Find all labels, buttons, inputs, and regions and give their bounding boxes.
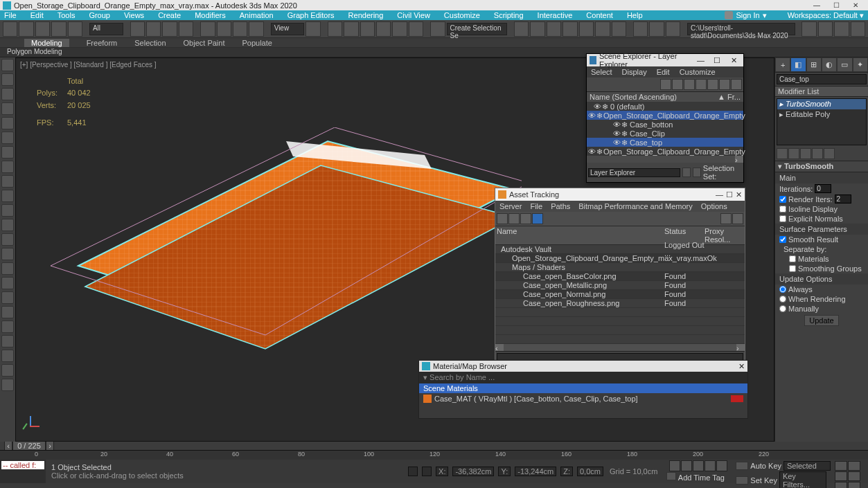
- menu-animation[interactable]: Animation: [240, 11, 274, 19]
- lt-5[interactable]: [1, 117, 14, 129]
- freeze-icon[interactable]: ❄: [602, 102, 610, 110]
- se-scroll-right[interactable]: ›: [735, 156, 743, 163]
- menu-tools[interactable]: Tools: [57, 11, 76, 19]
- refcoord-dropdown[interactable]: View: [271, 23, 305, 35]
- keymode-selected-dropdown[interactable]: Selected: [783, 461, 831, 471]
- lt-11[interactable]: [1, 204, 14, 217]
- filter-dropdown[interactable]: All: [89, 23, 123, 35]
- menu-views[interactable]: Views: [124, 11, 144, 19]
- menu-customize[interactable]: Customize: [444, 11, 480, 19]
- project-path-field[interactable]: C:\Users\troll-stadt\Documents\3ds Max 2…: [687, 23, 795, 35]
- lock-icon[interactable]: [408, 467, 418, 476]
- freeze-icon[interactable]: ❄: [621, 120, 629, 128]
- at-tool-1[interactable]: [497, 213, 508, 224]
- lt-21[interactable]: [1, 350, 14, 362]
- save-button[interactable]: [834, 21, 849, 37]
- viewport-label[interactable]: [+] [Perspective ] [Standard ] [Edged Fa…: [20, 61, 157, 69]
- se-tool-1[interactable]: [660, 79, 671, 90]
- nav-zoom-button[interactable]: [848, 461, 860, 471]
- menu-help[interactable]: Help: [627, 11, 643, 19]
- explicit-check[interactable]: [779, 215, 786, 222]
- freeze-icon[interactable]: ❄: [621, 138, 629, 146]
- mirror-button[interactable]: [514, 21, 529, 37]
- se-col-name[interactable]: Name (Sorted Ascending): [590, 93, 718, 101]
- lt-10[interactable]: [1, 190, 14, 202]
- se-tool-4[interactable]: [696, 79, 707, 90]
- config-button[interactable]: [824, 148, 835, 159]
- freeze-icon[interactable]: ❄: [621, 129, 629, 137]
- at-tool-6[interactable]: [732, 213, 743, 224]
- move-button[interactable]: [200, 21, 215, 37]
- angle-snap-button[interactable]: [376, 21, 391, 37]
- y-field[interactable]: -13,244cm: [515, 467, 556, 476]
- menu-modifiers[interactable]: Modifiers: [195, 11, 226, 19]
- update-button[interactable]: Update: [804, 315, 838, 326]
- modifier-list-dropdown[interactable]: Modifier List: [775, 86, 868, 97]
- lt-15[interactable]: [1, 262, 14, 275]
- se-tool-2[interactable]: [672, 79, 683, 90]
- set-folder-button[interactable]: [818, 21, 833, 37]
- rotate-button[interactable]: [217, 21, 231, 37]
- lt-22[interactable]: [1, 364, 14, 377]
- render-setup-button[interactable]: [633, 21, 648, 37]
- update-render-radio[interactable]: [779, 296, 786, 302]
- se-menu-customize[interactable]: Customize: [680, 68, 716, 76]
- se-row[interactable]: 👁❄Case_botton: [587, 120, 743, 129]
- x-field[interactable]: -36,382cm: [452, 467, 494, 476]
- iterations-spinner[interactable]: [815, 184, 831, 193]
- lt-8[interactable]: [1, 161, 14, 173]
- render-iters-check[interactable]: [779, 196, 786, 203]
- at-scroll-left[interactable]: ‹: [495, 344, 504, 351]
- rollout-turbosmooth[interactable]: TurboSmooth: [784, 162, 833, 170]
- material-search-field[interactable]: ▾ Search by Name ...: [419, 372, 747, 383]
- tab-motion[interactable]: ◐: [822, 57, 837, 72]
- render-frame-button[interactable]: [649, 21, 664, 37]
- at-row[interactable]: Case_open_Metallic.pngFound: [495, 281, 745, 290]
- sep-sgroups-check[interactable]: [789, 265, 796, 272]
- nav-orbit-button[interactable]: [835, 482, 847, 488]
- lt-3[interactable]: [1, 88, 14, 100]
- time-slider-handle[interactable]: 0 / 225: [12, 441, 46, 451]
- material-section-scene[interactable]: Scene Materials: [419, 383, 747, 393]
- freeze-icon[interactable]: ❄: [596, 147, 603, 155]
- window-crossing-button[interactable]: [179, 21, 193, 37]
- eye-icon[interactable]: 👁: [613, 138, 621, 146]
- material-item[interactable]: Case_MAT ( VRayMtl ) [Case_botton, Case_…: [419, 393, 747, 404]
- object-name-field[interactable]: [777, 74, 867, 84]
- at-scroll-right[interactable]: ›: [736, 344, 745, 351]
- freeze-icon[interactable]: ❄: [596, 111, 603, 119]
- ribbon-tab-modeling[interactable]: Modeling: [24, 39, 69, 47]
- time-prev-button[interactable]: ‹: [4, 441, 12, 451]
- at-menu-options[interactable]: Options: [701, 202, 727, 210]
- close-button[interactable]: ✕: [846, 0, 865, 10]
- tab-create[interactable]: +: [775, 57, 790, 72]
- mb-close-button[interactable]: ✕: [738, 362, 745, 371]
- at-tool-5[interactable]: [720, 213, 732, 224]
- timeline-ruler[interactable]: 020406080100120140160180200220: [0, 450, 868, 460]
- at-menu-server[interactable]: Server: [499, 202, 522, 210]
- lt-1[interactable]: [1, 59, 14, 71]
- se-min-button[interactable]: —: [694, 56, 708, 64]
- scale-button[interactable]: [233, 21, 247, 37]
- curve-editor-button[interactable]: [579, 21, 594, 37]
- time-next-button[interactable]: ›: [46, 441, 54, 451]
- menu-edit[interactable]: Edit: [30, 11, 44, 19]
- asset-tracking-panel[interactable]: Asset Tracking—☐✕ Server File Paths Bitm…: [495, 188, 745, 365]
- lt-20[interactable]: [1, 335, 14, 347]
- lt-17[interactable]: [1, 291, 14, 304]
- se-row[interactable]: 👁❄Open_Storage_Clipboard_Orange_Empty: [587, 147, 743, 156]
- at-row[interactable]: Case_open_BaseColor.pngFound: [495, 272, 745, 281]
- lt-9[interactable]: [1, 175, 14, 188]
- lt-13[interactable]: [1, 233, 14, 246]
- pin-stack-button[interactable]: [777, 148, 788, 159]
- menu-group[interactable]: Group: [89, 11, 110, 19]
- autoback-button[interactable]: [851, 21, 865, 37]
- material-editor-button[interactable]: [612, 21, 626, 37]
- layers-button[interactable]: [547, 21, 561, 37]
- at-menu-file[interactable]: File: [530, 202, 542, 210]
- ribbon-tab-freeform[interactable]: Freeform: [87, 39, 118, 47]
- eye-icon[interactable]: 👁: [594, 102, 601, 110]
- lt-2[interactable]: [1, 73, 14, 86]
- at-col-proxy[interactable]: Proxy Resol...: [705, 227, 743, 244]
- se-foot-b1[interactable]: [682, 168, 691, 177]
